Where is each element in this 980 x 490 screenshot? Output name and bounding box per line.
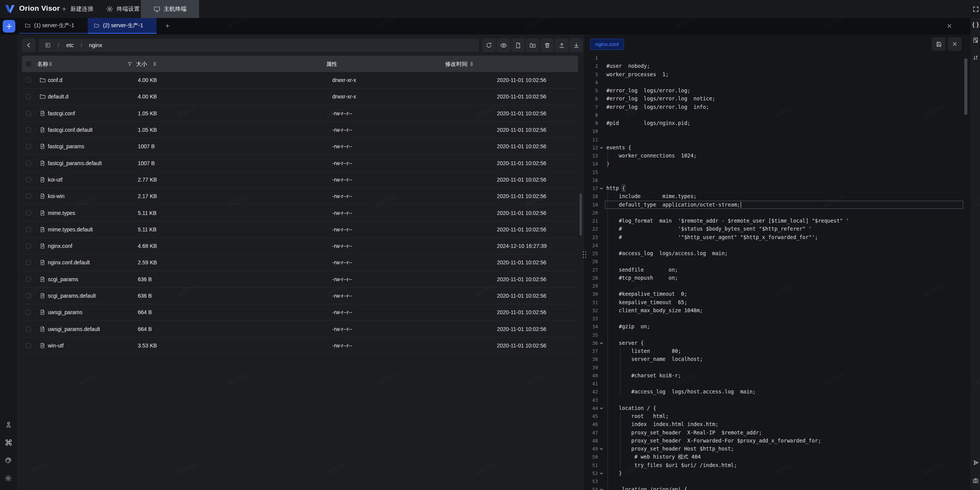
code-line[interactable]: 45 root html; <box>588 412 971 420</box>
back-button[interactable] <box>22 38 36 52</box>
new-folder-button[interactable] <box>526 38 539 52</box>
refresh-button[interactable] <box>482 38 496 52</box>
file-name[interactable]: nginx.conf.default <box>48 259 90 265</box>
code-line[interactable]: 31 keepalive_timeout 65; <box>588 298 971 306</box>
table-row[interactable]: fastcgi.conf.default1.05 KB-rw-r--r--202… <box>22 122 578 138</box>
delete-button[interactable] <box>540 38 554 52</box>
table-row[interactable]: mime.types5.11 KB-rw-r--r--2020-11-01 10… <box>22 205 578 221</box>
sort-mtime-control[interactable] <box>470 61 473 67</box>
table-row[interactable]: uwsgi_params664 B-rw-r--r--2020-11-01 10… <box>22 304 578 321</box>
file-name[interactable]: mime.types <box>48 210 75 216</box>
code-line[interactable]: 50 # web history 模式 404 <box>588 453 971 461</box>
code-line[interactable]: 4 <box>588 79 971 87</box>
breadcrumb-segment[interactable]: etc <box>66 42 74 48</box>
code-line[interactable]: 8 <box>588 111 971 119</box>
fold-chevron-icon[interactable] <box>599 341 604 346</box>
code-line[interactable]: 28 #tcp_nopush on; <box>588 274 971 282</box>
tab-server-1[interactable]: (1) server-生产-1 <box>19 18 87 34</box>
table-row[interactable]: koi-utf2.77 KB-rw-r--r--2020-11-01 10:02… <box>22 172 578 188</box>
row-checkbox[interactable] <box>26 343 31 348</box>
code-line[interactable]: 5#error_log logs/error.log; <box>588 87 971 95</box>
menu-terminal-settings[interactable]: 终端设置 <box>101 0 145 18</box>
table-row[interactable]: uwsgi_params.default664 B-rw-r--r--2020-… <box>22 321 578 337</box>
code-line[interactable]: 25 #access_log logs/access.log main; <box>588 249 971 257</box>
code-line[interactable]: 6#error_log logs/error.log notice; <box>588 95 971 103</box>
settings-button[interactable] <box>5 475 13 483</box>
code-line[interactable]: 1 <box>588 54 971 62</box>
sort-name-control[interactable] <box>49 61 52 67</box>
fold-chevron-icon[interactable] <box>599 146 604 150</box>
file-name[interactable]: fastcgi_params.default <box>48 160 102 166</box>
row-checkbox[interactable] <box>26 244 31 249</box>
row-checkbox[interactable] <box>26 194 31 199</box>
code-line[interactable]: 7#error_log logs/error.log info; <box>588 103 971 111</box>
row-checkbox[interactable] <box>26 277 31 282</box>
scrollbar-thumb[interactable] <box>964 58 967 115</box>
code-line[interactable]: 53 <box>588 477 971 485</box>
sort-size-control[interactable] <box>153 61 156 67</box>
table-row[interactable]: win-utf3.53 KB-rw-r--r--2020-11-01 10:02… <box>22 338 578 354</box>
code-line[interactable]: 43 <box>588 396 971 404</box>
file-name[interactable]: fastcgi.conf.default <box>48 127 93 133</box>
code-line[interactable]: 19 default_type application/octet-stream… <box>588 201 971 209</box>
file-name[interactable]: uwsgi_params.default <box>48 326 100 332</box>
select-all-checkbox[interactable] <box>26 61 31 66</box>
new-session-button[interactable] <box>3 20 15 33</box>
code-line[interactable]: 17http { <box>588 184 971 192</box>
code-line[interactable]: 32 client_max_body_size 1048m; <box>588 306 971 315</box>
table-row[interactable]: default.d4.00 KBdrwxr-xr-x2020-11-01 10:… <box>22 88 578 105</box>
table-row[interactable]: mime.types.default5.11 KB-rw-r--r--2020-… <box>22 221 578 238</box>
code-line[interactable]: 22 # '$status $body_bytes_sent "$http_re… <box>588 225 971 233</box>
table-row[interactable]: fastcgi_params.default1007 B-rw-r--r--20… <box>22 155 578 171</box>
code-line[interactable]: 18 include mime.types; <box>588 192 971 200</box>
panel-resize-handle[interactable] <box>582 251 587 259</box>
file-name[interactable]: fastcgi_params <box>48 143 84 149</box>
row-checkbox[interactable] <box>26 293 31 298</box>
theme-palette-button[interactable] <box>5 457 13 465</box>
show-hidden-button[interactable] <box>497 38 510 52</box>
file-bookmark-button[interactable] <box>972 37 979 44</box>
code-line[interactable]: 30 #keepalive_timeout 0; <box>588 290 971 298</box>
screenshot-button[interactable] <box>972 477 979 484</box>
table-row[interactable]: scgi_params.default636 B-rw-r--r--2020-1… <box>22 288 578 304</box>
code-line[interactable]: 13 worker_connections 1024; <box>588 152 971 160</box>
file-name[interactable]: mime.types.default <box>48 226 93 233</box>
code-line[interactable]: 14} <box>588 160 971 168</box>
table-row[interactable]: nginx.conf4.68 KB-rw-r--r--2024-12-10 16… <box>22 238 578 254</box>
breadcrumb-segment[interactable]: nginx <box>89 42 102 48</box>
file-name[interactable]: scgi_params.default <box>48 293 96 299</box>
fold-chevron-icon[interactable] <box>599 186 604 191</box>
code-line[interactable]: 34 #gzip on; <box>588 323 971 331</box>
code-line[interactable]: 2#user nobody; <box>588 62 971 70</box>
row-checkbox[interactable] <box>26 111 31 116</box>
code-line[interactable]: 36 server { <box>588 339 971 347</box>
file-name[interactable]: koi-win <box>48 193 65 199</box>
row-checkbox[interactable] <box>26 227 31 232</box>
code-line[interactable]: 39 <box>588 364 971 372</box>
row-checkbox[interactable] <box>26 260 31 265</box>
code-line[interactable]: 52 } <box>588 469 971 477</box>
code-line[interactable]: 42 #access_log logs/host.access.log main… <box>588 388 971 396</box>
code-line[interactable]: 24 <box>588 241 971 249</box>
code-line[interactable]: 54 location /orion/api { <box>588 485 971 490</box>
code-line[interactable]: 10 <box>588 127 971 135</box>
code-line[interactable]: 9#pid logs/nginx.pid; <box>588 119 971 127</box>
file-name[interactable]: koi-utf <box>48 177 62 183</box>
code-line[interactable]: 26 <box>588 257 971 265</box>
new-file-button[interactable] <box>511 38 525 52</box>
code-line[interactable]: 38 server_name localhost; <box>588 355 971 363</box>
file-name[interactable]: uwsgi_params <box>48 309 82 315</box>
column-mtime[interactable]: 修改时间 <box>445 60 467 67</box>
download-button[interactable] <box>569 38 583 52</box>
row-checkbox[interactable] <box>26 94 31 99</box>
fold-chevron-icon[interactable] <box>599 487 604 490</box>
code-line[interactable]: 20 <box>588 209 971 217</box>
table-row[interactable]: scgi_params636 B-rw-r--r--2020-11-01 10:… <box>22 271 578 288</box>
sort-order-button[interactable] <box>972 54 979 61</box>
code-line[interactable]: 49 proxy_set_header Host $http_host; <box>588 445 971 453</box>
json-braces-button[interactable]: { } <box>972 21 979 28</box>
code-line[interactable]: 27 sendfile on; <box>588 266 971 274</box>
file-name[interactable]: conf.d <box>48 77 62 83</box>
row-checkbox[interactable] <box>26 177 31 182</box>
user-button[interactable] <box>5 421 13 429</box>
